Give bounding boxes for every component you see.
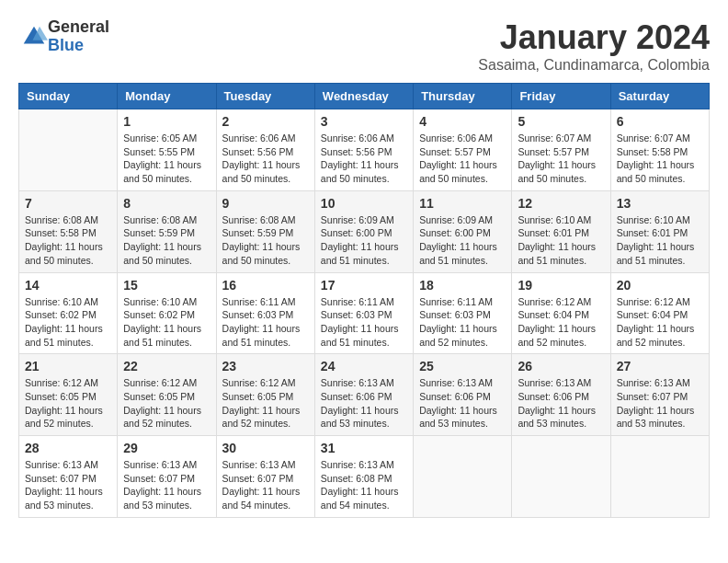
calendar-week-row: 21Sunrise: 6:12 AMSunset: 6:05 PMDayligh…: [19, 354, 710, 436]
calendar-day-cell: 11Sunrise: 6:09 AMSunset: 6:00 PMDayligh…: [414, 190, 512, 272]
calendar-day-cell: 8Sunrise: 6:08 AMSunset: 5:59 PMDaylight…: [118, 190, 216, 272]
day-info: Sunrise: 6:12 AMSunset: 6:05 PMDaylight:…: [222, 376, 309, 431]
calendar-day-cell: 10Sunrise: 6:09 AMSunset: 6:00 PMDayligh…: [314, 190, 413, 272]
day-number: 15: [123, 278, 210, 293]
logo-text: General Blue: [48, 18, 109, 55]
calendar-day-cell: 4Sunrise: 6:06 AMSunset: 5:57 PMDaylight…: [414, 109, 512, 191]
calendar-day-cell: 3Sunrise: 6:06 AMSunset: 5:56 PMDaylight…: [314, 109, 413, 191]
day-info: Sunrise: 6:12 AMSunset: 6:05 PMDaylight:…: [25, 376, 111, 431]
calendar-day-cell: 21Sunrise: 6:12 AMSunset: 6:05 PMDayligh…: [19, 354, 118, 436]
calendar-day-cell: 28Sunrise: 6:13 AMSunset: 6:07 PMDayligh…: [19, 436, 118, 518]
calendar-day-cell: [512, 436, 610, 518]
day-info: Sunrise: 6:13 AMSunset: 6:08 PMDaylight:…: [321, 458, 407, 512]
day-number: 16: [222, 278, 309, 293]
calendar-week-row: 14Sunrise: 6:10 AMSunset: 6:02 PMDayligh…: [19, 272, 710, 354]
day-number: 7: [25, 196, 111, 211]
day-number: 20: [617, 278, 703, 293]
day-info: Sunrise: 6:06 AMSunset: 5:57 PMDaylight:…: [419, 132, 506, 186]
logo-general-text: General: [48, 17, 109, 36]
day-info: Sunrise: 6:09 AMSunset: 6:00 PMDaylight:…: [419, 213, 506, 268]
day-info: Sunrise: 6:06 AMSunset: 5:56 PMDaylight:…: [321, 132, 407, 186]
month-title: January 2024: [478, 18, 710, 57]
calendar-header-row: SundayMondayTuesdayWednesdayThursdayFrid…: [19, 84, 710, 109]
weekday-header: Monday: [118, 84, 216, 109]
day-info: Sunrise: 6:13 AMSunset: 6:07 PMDaylight:…: [617, 376, 703, 431]
calendar-day-cell: 16Sunrise: 6:11 AMSunset: 6:03 PMDayligh…: [216, 272, 314, 354]
day-number: 13: [617, 196, 703, 211]
calendar-day-cell: 15Sunrise: 6:10 AMSunset: 6:02 PMDayligh…: [118, 272, 216, 354]
day-info: Sunrise: 6:06 AMSunset: 5:56 PMDaylight:…: [222, 132, 309, 186]
calendar-day-cell: 9Sunrise: 6:08 AMSunset: 5:59 PMDaylight…: [216, 190, 314, 272]
day-info: Sunrise: 6:07 AMSunset: 5:58 PMDaylight:…: [617, 132, 703, 186]
day-number: 27: [617, 359, 703, 373]
day-info: Sunrise: 6:08 AMSunset: 5:59 PMDaylight:…: [123, 213, 210, 268]
day-number: 5: [518, 114, 604, 129]
calendar-day-cell: 2Sunrise: 6:06 AMSunset: 5:56 PMDaylight…: [216, 109, 314, 191]
day-number: 23: [222, 359, 309, 373]
calendar-day-cell: 19Sunrise: 6:12 AMSunset: 6:04 PMDayligh…: [512, 272, 610, 354]
weekday-header: Tuesday: [216, 84, 314, 109]
calendar-day-cell: 23Sunrise: 6:12 AMSunset: 6:05 PMDayligh…: [216, 354, 314, 436]
calendar-day-cell: 18Sunrise: 6:11 AMSunset: 6:03 PMDayligh…: [414, 272, 512, 354]
day-info: Sunrise: 6:13 AMSunset: 6:06 PMDaylight:…: [419, 376, 506, 431]
day-number: 2: [222, 114, 309, 129]
day-number: 12: [518, 196, 604, 211]
calendar-day-cell: [610, 436, 709, 518]
day-info: Sunrise: 6:11 AMSunset: 6:03 PMDaylight:…: [321, 295, 407, 350]
day-info: Sunrise: 6:10 AMSunset: 6:01 PMDaylight:…: [518, 213, 604, 268]
day-number: 4: [419, 114, 506, 129]
day-number: 24: [321, 359, 407, 373]
calendar-day-cell: 6Sunrise: 6:07 AMSunset: 5:58 PMDaylight…: [610, 109, 709, 191]
day-info: Sunrise: 6:08 AMSunset: 5:58 PMDaylight:…: [25, 213, 111, 268]
calendar-week-row: 28Sunrise: 6:13 AMSunset: 6:07 PMDayligh…: [19, 436, 710, 518]
calendar-table: SundayMondayTuesdayWednesdayThursdayFrid…: [18, 83, 710, 518]
calendar-day-cell: [19, 109, 118, 191]
day-number: 3: [321, 114, 407, 129]
title-section: January 2024 Sasaima, Cundinamarca, Colo…: [478, 18, 710, 74]
day-number: 28: [25, 441, 111, 455]
day-number: 30: [222, 441, 309, 455]
day-info: Sunrise: 6:10 AMSunset: 6:01 PMDaylight:…: [617, 213, 703, 268]
day-number: 6: [617, 114, 703, 129]
calendar-week-row: 1Sunrise: 6:05 AMSunset: 5:55 PMDaylight…: [19, 109, 710, 191]
calendar-day-cell: 30Sunrise: 6:13 AMSunset: 6:07 PMDayligh…: [216, 436, 314, 518]
day-number: 17: [321, 278, 407, 293]
day-number: 9: [222, 196, 309, 211]
day-info: Sunrise: 6:08 AMSunset: 5:59 PMDaylight:…: [222, 213, 309, 268]
day-number: 14: [25, 278, 111, 293]
day-number: 21: [25, 359, 111, 373]
calendar-day-cell: 31Sunrise: 6:13 AMSunset: 6:08 PMDayligh…: [314, 436, 413, 518]
calendar-day-cell: 25Sunrise: 6:13 AMSunset: 6:06 PMDayligh…: [414, 354, 512, 436]
day-info: Sunrise: 6:11 AMSunset: 6:03 PMDaylight:…: [222, 295, 309, 350]
day-info: Sunrise: 6:13 AMSunset: 6:07 PMDaylight:…: [222, 458, 309, 512]
weekday-header: Sunday: [19, 84, 118, 109]
calendar-day-cell: 14Sunrise: 6:10 AMSunset: 6:02 PMDayligh…: [19, 272, 118, 354]
location-text: Sasaima, Cundinamarca, Colombia: [478, 57, 710, 74]
day-number: 19: [518, 278, 604, 293]
day-info: Sunrise: 6:12 AMSunset: 6:04 PMDaylight:…: [617, 295, 703, 350]
day-info: Sunrise: 6:07 AMSunset: 5:57 PMDaylight:…: [518, 132, 604, 186]
day-info: Sunrise: 6:13 AMSunset: 6:06 PMDaylight:…: [518, 376, 604, 431]
day-number: 1: [123, 114, 210, 129]
day-info: Sunrise: 6:09 AMSunset: 6:00 PMDaylight:…: [321, 213, 407, 268]
day-info: Sunrise: 6:13 AMSunset: 6:06 PMDaylight:…: [321, 376, 407, 431]
day-number: 26: [518, 359, 604, 373]
logo: General Blue: [18, 18, 109, 55]
calendar-day-cell: 7Sunrise: 6:08 AMSunset: 5:58 PMDaylight…: [19, 190, 118, 272]
weekday-header: Thursday: [414, 84, 512, 109]
day-number: 11: [419, 196, 506, 211]
day-info: Sunrise: 6:11 AMSunset: 6:03 PMDaylight:…: [419, 295, 506, 350]
calendar-week-row: 7Sunrise: 6:08 AMSunset: 5:58 PMDaylight…: [19, 190, 710, 272]
day-info: Sunrise: 6:10 AMSunset: 6:02 PMDaylight:…: [25, 295, 111, 350]
day-number: 29: [123, 441, 210, 455]
day-number: 22: [123, 359, 210, 373]
calendar-day-cell: 20Sunrise: 6:12 AMSunset: 6:04 PMDayligh…: [610, 272, 709, 354]
calendar-day-cell: [414, 436, 512, 518]
calendar-day-cell: 12Sunrise: 6:10 AMSunset: 6:01 PMDayligh…: [512, 190, 610, 272]
calendar-day-cell: 27Sunrise: 6:13 AMSunset: 6:07 PMDayligh…: [610, 354, 709, 436]
calendar-day-cell: 5Sunrise: 6:07 AMSunset: 5:57 PMDaylight…: [512, 109, 610, 191]
calendar-day-cell: 13Sunrise: 6:10 AMSunset: 6:01 PMDayligh…: [610, 190, 709, 272]
calendar-day-cell: 22Sunrise: 6:12 AMSunset: 6:05 PMDayligh…: [118, 354, 216, 436]
weekday-header: Friday: [512, 84, 610, 109]
logo-icon: [20, 23, 48, 51]
